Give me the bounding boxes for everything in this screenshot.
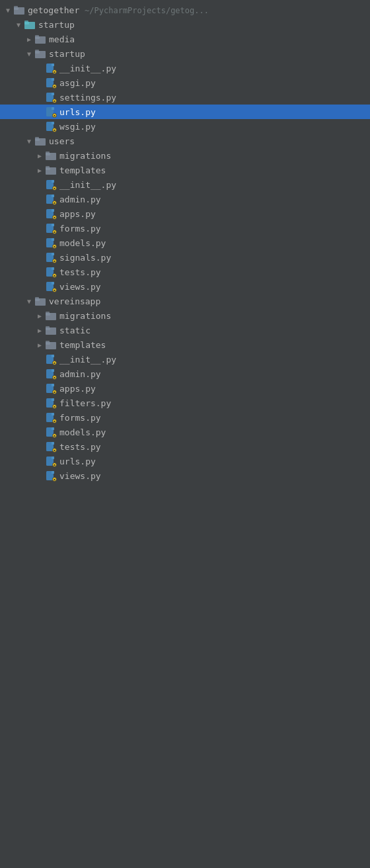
item-label: asgi.py [59,78,370,88]
expand-arrow[interactable] [13,17,24,32]
no-arrow [34,367,45,381]
expand-arrow[interactable] [34,148,45,163]
python-file-icon: ● [45,441,57,453]
expand-arrow[interactable] [24,134,34,148]
svg-rect-70 [52,427,54,430]
svg-rect-60 [52,355,54,357]
item-label: tests.py [59,442,370,452]
item-label: templates [59,165,370,175]
folder-item-getogether[interactable]: getogether ~/PycharmProjects/getog... [0,3,370,17]
folder-item-static[interactable]: static [0,323,370,337]
folder-icon [24,19,36,30]
item-label: forms.py [59,224,370,234]
file-item-admin.py[interactable]: ● admin.py [0,192,370,206]
root-path: ~/PycharmProjects/getog... [85,6,209,15]
file-item-models.py[interactable]: ● models.py [0,236,370,250]
expand-arrow[interactable] [34,163,45,177]
item-label: admin.py [59,195,370,204]
file-item-apps.py[interactable]: ● apps.py [0,381,370,396]
folder-item-media[interactable]: media [0,32,370,46]
file-item-urls.py[interactable]: ● urls.py [0,454,370,468]
folder-item-migrations[interactable]: migrations [0,308,370,323]
file-item-forms.py[interactable]: ● forms.py [0,221,370,236]
svg-rect-68 [52,413,54,415]
expand-arrow[interactable] [34,323,45,337]
svg-rect-27 [46,152,50,154]
folder-icon [45,310,57,322]
folder-item-vereinsapp[interactable]: vereinsapp [0,294,370,308]
expand-arrow[interactable] [3,3,13,17]
folder-icon [45,150,57,161]
python-file-icon: ● [45,281,57,292]
folder-icon [45,164,57,176]
folder-item-templates[interactable]: templates [0,163,370,177]
file-item-settings.py[interactable]: ● settings.py [0,90,370,105]
file-item-urls.py[interactable]: ● urls.py [0,105,370,119]
python-file-icon: ● [45,222,57,234]
expand-arrow[interactable] [34,308,45,323]
python-file-icon: ● [45,353,57,365]
file-item-__init__.py[interactable]: ● __init__.py [0,352,370,367]
python-file-icon: ● [45,91,57,103]
folder-item-startup[interactable]: startup [0,17,370,32]
python-file-icon: ● [45,426,57,438]
file-item-views.py[interactable]: ● views.py [0,468,370,483]
python-file-icon: ● [45,237,57,249]
item-label: views.py [59,282,370,292]
item-label: apps.py [59,209,370,219]
file-item-apps.py[interactable]: ● apps.py [0,206,370,221]
python-file-icon: ● [45,266,57,278]
svg-rect-66 [52,398,54,401]
expand-arrow[interactable] [24,294,34,308]
svg-rect-30 [46,166,50,169]
file-item-__init__.py[interactable]: ● __init__.py [0,177,370,192]
item-label: models.py [59,238,370,248]
file-item-asgi.py[interactable]: ● asgi.py [0,75,370,90]
folder-item-startup[interactable]: startup [0,46,370,61]
no-arrow [34,352,45,367]
svg-rect-76 [52,471,54,474]
python-file-icon: ● [45,193,57,205]
folder-icon [34,48,46,60]
svg-rect-49 [35,297,39,300]
no-arrow [34,468,45,483]
file-item-signals.py[interactable]: ● signals.py [0,250,370,265]
svg-rect-44 [52,267,54,270]
python-file-icon: ● [45,412,57,423]
no-arrow [34,265,45,279]
file-item-wsgi.py[interactable]: ● wsgi.py [0,119,370,134]
expand-arrow[interactable] [24,46,34,61]
python-file-icon: ● [45,106,57,118]
expand-arrow[interactable] [24,32,34,46]
file-item-admin.py[interactable]: ● admin.py [0,367,370,381]
python-file-icon: ● [45,455,57,467]
svg-rect-24 [35,137,39,140]
python-file-icon: ● [45,470,57,482]
folder-item-users[interactable]: users [0,134,370,148]
no-arrow [34,105,45,119]
svg-rect-32 [52,180,54,183]
file-item-tests.py[interactable]: ● tests.py [0,265,370,279]
item-label: views.py [59,471,370,481]
file-item-forms.py[interactable]: ● forms.py [0,410,370,425]
file-tree: getogether ~/PycharmProjects/getog... st… [0,0,370,486]
expand-arrow[interactable] [34,337,45,352]
folder-item-templates[interactable]: templates [0,337,370,352]
no-arrow [34,61,45,75]
item-label: tests.py [59,267,370,277]
item-label: templates [59,340,370,350]
svg-rect-13 [52,64,54,66]
folder-item-migrations[interactable]: migrations [0,148,370,163]
item-label: getogether ~/PycharmProjects/getog... [28,5,370,15]
no-arrow [34,250,45,265]
file-item-filters.py[interactable]: ● filters.py [0,396,370,410]
item-label: admin.py [59,369,370,379]
item-label: __init__.py [59,355,370,365]
file-item-views.py[interactable]: ● views.py [0,279,370,294]
file-item-__init__.py[interactable]: ● __init__.py [0,61,370,75]
svg-rect-17 [52,93,54,95]
item-label: migrations [59,311,370,321]
file-item-models.py[interactable]: ● models.py [0,425,370,439]
item-label: media [49,34,370,44]
file-item-tests.py[interactable]: ● tests.py [0,439,370,454]
